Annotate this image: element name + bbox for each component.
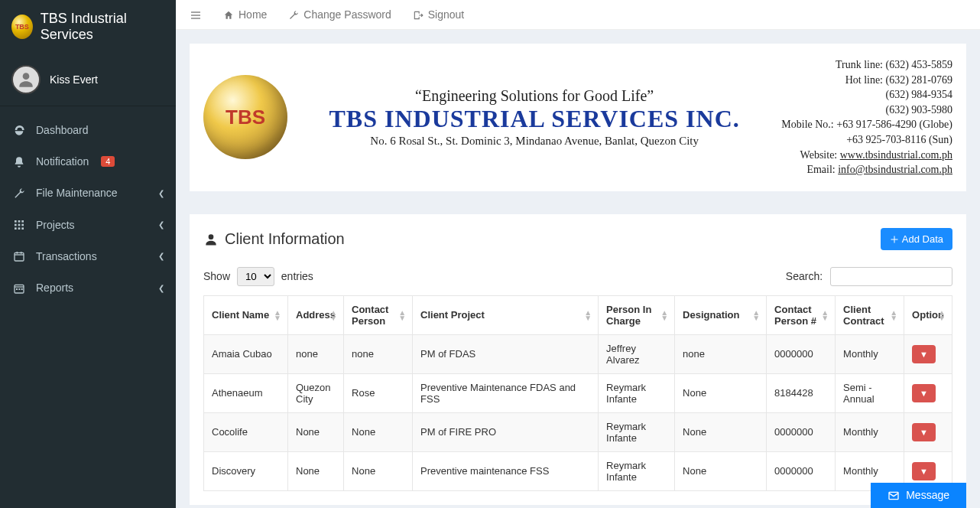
- add-data-button[interactable]: Add Data: [881, 228, 952, 250]
- banner-address: No. 6 Rosal St., St. Dominic 3, Mindanao…: [303, 135, 766, 148]
- user-icon: [203, 230, 219, 248]
- contact-line4: (632) 903-5980: [781, 103, 952, 118]
- table-controls: Show 10 entries Search:: [203, 267, 952, 286]
- sidebar-item-label: Projects: [36, 219, 75, 231]
- col-client-contract[interactable]: Client Contract▲▼: [836, 295, 904, 334]
- sidebar-item-label: Notification: [36, 155, 89, 168]
- sort-icon: ▲▼: [660, 310, 668, 321]
- nav-label: Home: [239, 8, 267, 21]
- search-input[interactable]: [830, 267, 952, 286]
- sort-icon: ▲▼: [890, 310, 897, 321]
- col-option[interactable]: Option▲▼: [904, 295, 952, 334]
- show-label-post: entries: [281, 270, 313, 282]
- col-designation[interactable]: Designation▲▼: [675, 295, 767, 334]
- nav-change-password[interactable]: Change Password: [288, 8, 391, 21]
- calendar2-icon: [11, 281, 27, 294]
- table-row: DiscoveryNoneNonePreventive maintenance …: [204, 451, 952, 490]
- nav-home[interactable]: Home: [223, 8, 267, 21]
- chevron-left-icon: ❮: [158, 189, 164, 197]
- svg-rect-3: [21, 220, 24, 223]
- table-cell: 0000000: [767, 412, 836, 451]
- col-client-name[interactable]: Client Name▲▼: [204, 295, 288, 334]
- table-cell-option: ▼: [904, 412, 952, 451]
- svg-rect-18: [21, 288, 23, 290]
- contact-mobile1: Mobile No.: +63 917-586-4290 (Globe): [781, 117, 952, 132]
- length-control: Show 10 entries: [203, 267, 313, 286]
- banner-tagline: “Engineering Solutions for Good Life”: [303, 87, 766, 105]
- nav-signout[interactable]: Signout: [413, 8, 464, 21]
- row-option-button[interactable]: ▼: [912, 462, 936, 480]
- contact-trunk: Trunk line: (632) 453-5859: [781, 57, 952, 73]
- table-cell: Athenaeum: [204, 373, 288, 412]
- search-control: Search:: [786, 267, 952, 286]
- table-cell: Monthly: [836, 334, 904, 373]
- bell-icon: [11, 155, 27, 168]
- col-contact-person[interactable]: Contact Person▲▼: [344, 295, 413, 334]
- table-cell: Amaia Cubao: [204, 334, 288, 373]
- caret-down-icon: ▼: [920, 389, 928, 398]
- table-header-row: Client Name▲▼ Address▲▼ Contact Person▲▼…: [204, 295, 952, 334]
- row-option-button[interactable]: ▼: [912, 423, 936, 441]
- table-cell: PM of FDAS: [413, 334, 599, 373]
- svg-rect-17: [18, 288, 20, 290]
- calendar-icon: [11, 249, 27, 262]
- row-option-button[interactable]: ▼: [912, 345, 936, 363]
- envelope-icon: [888, 489, 900, 502]
- sidebar-item-dashboard[interactable]: Dashboard: [0, 114, 176, 145]
- wrench-icon: [11, 187, 27, 200]
- table-cell: None: [675, 412, 767, 451]
- table-cell: Monthly: [836, 412, 904, 451]
- sort-icon: ▲▼: [398, 310, 406, 321]
- table-cell: Quezon City: [288, 373, 344, 412]
- svg-rect-6: [21, 224, 24, 226]
- table-cell: Cocolife: [204, 412, 288, 451]
- sidebar-item-projects[interactable]: Projects ❮: [0, 209, 176, 240]
- signout-icon: [413, 8, 423, 21]
- col-person-in-charge[interactable]: Person In Charge▲▼: [599, 295, 675, 334]
- sidebar: TBS TBS Industrial Services Kiss Evert D…: [0, 0, 176, 508]
- table-cell: None: [344, 451, 413, 490]
- website-label: Website:: [800, 149, 840, 161]
- table-cell: Semi - Annual: [836, 373, 904, 412]
- website-link[interactable]: www.tbsindustrial.com.ph: [840, 149, 952, 161]
- contact-hot: Hot line: (632) 281-0769: [781, 73, 952, 88]
- add-data-label: Add Data: [902, 233, 943, 245]
- table-cell: 8184428: [767, 373, 836, 412]
- section-title-text: Client Information: [225, 230, 345, 248]
- svg-rect-7: [15, 228, 17, 230]
- sort-icon: ▲▼: [274, 310, 281, 321]
- menu-toggle[interactable]: [190, 8, 202, 21]
- message-label: Message: [906, 489, 949, 501]
- table-cell: None: [675, 451, 767, 490]
- message-button[interactable]: Message: [871, 483, 966, 508]
- table-cell: Preventive Maintenance FDAS and FSS: [413, 373, 599, 412]
- svg-point-22: [209, 235, 214, 240]
- col-address[interactable]: Address▲▼: [288, 295, 344, 334]
- svg-rect-8: [18, 228, 21, 230]
- brand-logo: TBS: [11, 15, 33, 39]
- page-size-select[interactable]: 10: [237, 267, 274, 286]
- sidebar-item-file-maintenance[interactable]: File Maintenance ❮: [0, 177, 176, 209]
- svg-rect-1: [15, 220, 17, 223]
- row-option-button[interactable]: ▼: [912, 384, 936, 402]
- table-cell: None: [344, 412, 413, 451]
- svg-point-0: [23, 73, 30, 80]
- email-label: Email:: [806, 164, 838, 175]
- nav-label: Change Password: [303, 8, 391, 21]
- table-row: Amaia CubaononenonePM of FDASJeffrey Alv…: [204, 334, 952, 373]
- svg-rect-4: [15, 224, 17, 226]
- col-contact-number[interactable]: Contact Person #▲▼: [767, 295, 836, 334]
- table-cell: 0000000: [767, 334, 836, 373]
- sort-icon: ▲▼: [752, 310, 760, 321]
- caret-down-icon: ▼: [920, 428, 928, 437]
- table-cell: none: [344, 334, 413, 373]
- table-cell: none: [288, 334, 344, 373]
- sidebar-item-transactions[interactable]: Transactions ❮: [0, 240, 176, 272]
- table-cell: Reymark Infante: [599, 412, 675, 451]
- table-cell: Jeffrey Alvarez: [599, 334, 675, 373]
- email-link[interactable]: info@tbsindustrial.com.ph: [838, 164, 952, 175]
- sidebar-item-notification[interactable]: Notification 4: [0, 145, 176, 177]
- col-client-project[interactable]: Client Project▲▼: [413, 295, 599, 334]
- sidebar-item-reports[interactable]: Reports ❮: [0, 272, 176, 303]
- sort-icon: ▲▼: [584, 310, 592, 321]
